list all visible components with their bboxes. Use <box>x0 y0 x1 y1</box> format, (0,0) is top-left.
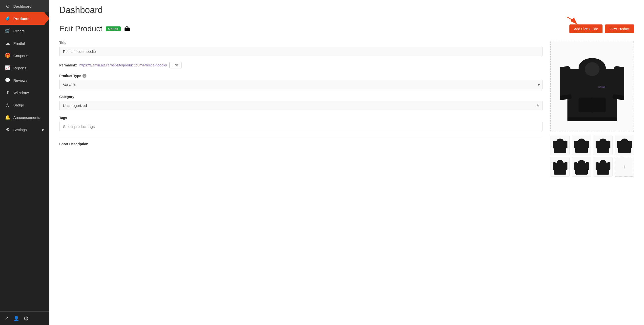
status-badge: Online <box>106 26 120 31</box>
tags-group: Tags <box>59 116 543 132</box>
add-image-button[interactable]: + <box>614 157 634 176</box>
permalink-edit-button[interactable]: Edit <box>170 62 181 68</box>
tags-input[interactable] <box>59 122 543 132</box>
category-input[interactable] <box>59 101 543 110</box>
brand-logo-icon: 🏔 <box>124 26 130 32</box>
thumbnail-3[interactable] <box>593 136 613 155</box>
svg-point-29 <box>556 160 564 165</box>
image-column: BRAND <box>550 41 634 176</box>
dashboard-icon: ⊙ <box>5 4 10 9</box>
category-input-wrapper: ✎ <box>59 101 543 110</box>
thumbnail-4[interactable] <box>614 136 634 155</box>
category-group: Category ✎ <box>59 95 543 110</box>
title-input[interactable] <box>59 47 543 56</box>
content-header: Edit Product Online 🏔 <box>59 24 634 33</box>
sidebar: ⊙ Dashboard 🧳 Products 🛒 Orders ☁ Printf… <box>0 0 50 325</box>
sidebar-item-products[interactable]: 🧳 Products <box>0 12 50 25</box>
content-columns: Title Permalink: https://alamin.ajaira.w… <box>59 41 634 176</box>
svg-text:BRAND: BRAND <box>598 86 605 88</box>
view-product-button[interactable]: View Product <box>605 24 634 33</box>
thumbnail-image-2 <box>574 137 589 154</box>
product-type-select[interactable]: Simple Variable Grouped External/Affilia… <box>59 80 543 90</box>
sidebar-item-label: Settings <box>13 128 27 132</box>
main-content: Edit Product Online 🏔 <box>50 17 644 325</box>
sidebar-item-label: Products <box>13 16 30 21</box>
announcements-icon: 🔔 <box>5 114 10 120</box>
coupons-icon: 🎁 <box>5 53 10 58</box>
page-title: Dashboard <box>59 5 634 15</box>
sidebar-item-label: Printful <box>13 41 25 46</box>
settings-arrow-icon: ▶ <box>42 128 44 132</box>
sidebar-item-withdraw[interactable]: ⬆ Withdraw <box>0 86 50 99</box>
svg-point-21 <box>600 138 606 144</box>
sidebar-item-label: Orders <box>13 29 25 33</box>
sidebar-item-label: Announcements <box>13 115 40 120</box>
settings-icon: ⚙ <box>5 127 10 132</box>
svg-point-3 <box>585 62 600 76</box>
dashboard-heading-area: Dashboard <box>50 0 644 17</box>
user-icon[interactable]: 👤 <box>14 316 19 321</box>
thumbnail-image-3 <box>596 137 610 154</box>
thumbnail-2[interactable] <box>572 136 591 155</box>
product-type-select-wrapper: Simple Variable Grouped External/Affilia… <box>59 80 543 90</box>
thumbnail-image-4 <box>617 137 632 154</box>
sidebar-item-label: Withdraw <box>13 91 29 95</box>
thumbnail-6[interactable] <box>572 157 591 176</box>
product-type-label: Product Type ? <box>59 74 543 78</box>
edit-product-heading: Edit Product <box>59 24 102 33</box>
orders-icon: 🛒 <box>5 28 10 34</box>
sidebar-item-dashboard[interactable]: ⊙ Dashboard <box>0 0 50 12</box>
edit-product-title-row: Edit Product Online 🏔 <box>59 24 130 33</box>
reports-icon: 📈 <box>5 65 10 71</box>
thumbnail-7[interactable] <box>593 157 613 176</box>
header-actions: Add Size Guide View Product <box>570 24 634 33</box>
sidebar-item-announcements[interactable]: 🔔 Announcements <box>0 111 50 124</box>
sidebar-item-badge[interactable]: ◎ Badge <box>0 99 50 111</box>
sidebar-item-reviews[interactable]: 💬 Reviews <box>0 74 50 86</box>
sidebar-item-coupons[interactable]: 🎁 Coupons <box>0 50 50 62</box>
badge-icon: ◎ <box>5 102 10 108</box>
svg-point-17 <box>578 138 585 144</box>
short-description-label: Short Description <box>59 137 543 146</box>
sidebar-item-reports[interactable]: 📈 Reports <box>0 62 50 74</box>
power-icon[interactable]: ⏻ <box>24 316 28 321</box>
form-column: Title Permalink: https://alamin.ajaira.w… <box>59 41 543 176</box>
sidebar-item-label: Dashboard <box>13 4 31 8</box>
title-label: Title <box>59 41 543 45</box>
withdraw-icon: ⬆ <box>5 90 10 95</box>
thumbnail-1[interactable] <box>550 136 570 155</box>
printful-icon: ☁ <box>5 40 10 46</box>
sidebar-item-orders[interactable]: 🛒 Orders <box>0 25 50 37</box>
thumbnail-5[interactable] <box>550 157 570 176</box>
external-link-icon[interactable]: ↗ <box>5 316 9 321</box>
products-icon: 🧳 <box>5 16 10 21</box>
sidebar-item-settings[interactable]: ⚙ Settings ▶ <box>0 124 50 136</box>
main-product-image[interactable]: BRAND <box>550 41 634 132</box>
sidebar-item-label: Reports <box>13 66 26 70</box>
product-type-help-icon[interactable]: ? <box>82 74 86 78</box>
sidebar-nav: ⊙ Dashboard 🧳 Products 🛒 Orders ☁ Printf… <box>0 0 50 136</box>
sidebar-item-label: Coupons <box>13 54 28 58</box>
thumbnail-image-1 <box>553 137 568 154</box>
svg-point-13 <box>556 138 564 144</box>
thumbnail-image-7 <box>596 158 610 176</box>
svg-point-37 <box>600 160 606 165</box>
svg-point-33 <box>578 160 585 165</box>
tags-label: Tags <box>59 116 543 120</box>
permalink-row: Permalink: https://alamin.ajaira.website… <box>59 62 543 68</box>
thumbnail-image-6 <box>574 158 589 176</box>
permalink-link[interactable]: https://alamin.ajaira.website/product/pu… <box>80 63 167 67</box>
svg-point-25 <box>621 138 628 144</box>
thumbnail-grid: + <box>550 136 634 176</box>
title-group: Title <box>59 41 543 56</box>
product-type-group: Product Type ? Simple Variable Grouped E… <box>59 74 543 90</box>
category-label: Category <box>59 95 543 99</box>
sidebar-item-printful[interactable]: ☁ Printful <box>0 37 50 50</box>
thumbnail-image-5 <box>553 158 568 176</box>
reviews-icon: 💬 <box>5 78 10 83</box>
add-size-guide-button[interactable]: Add Size Guide <box>570 24 602 33</box>
svg-rect-11 <box>568 117 617 121</box>
sidebar-item-label: Reviews <box>13 78 28 82</box>
category-edit-icon[interactable]: ✎ <box>537 104 540 108</box>
permalink-label: Permalink: <box>59 63 77 67</box>
